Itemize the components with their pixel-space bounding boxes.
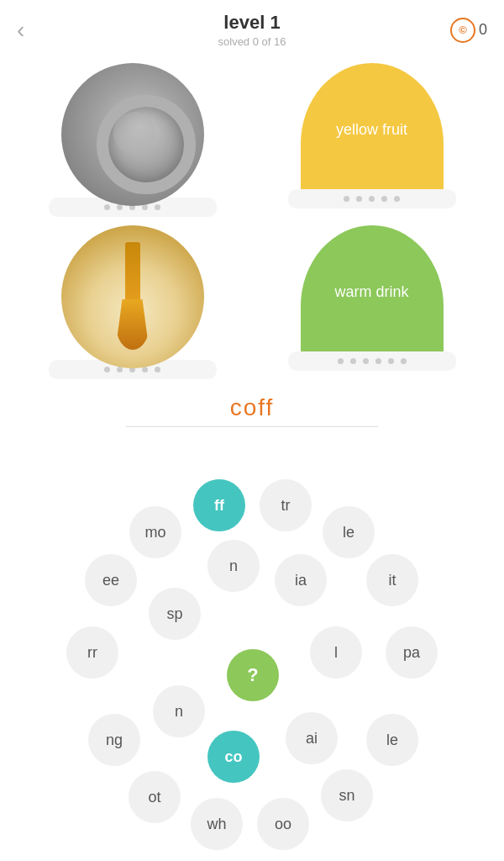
- letter-bubble-sn[interactable]: sn: [321, 769, 373, 821]
- dot: [369, 196, 375, 202]
- dot: [155, 367, 160, 372]
- letter-bubble-n[interactable]: n: [207, 540, 260, 592]
- hint-circle-green: warm drink: [301, 225, 444, 360]
- letter-bubble-ee[interactable]: ee: [85, 554, 137, 606]
- header: ‹ level 1 solved 0 of 16 © 0: [0, 0, 504, 55]
- dot: [375, 358, 381, 364]
- letter-bubble-le[interactable]: le: [366, 714, 418, 766]
- hint-circle-yellow: yellow fruit: [301, 63, 444, 198]
- coin-area: © 0: [450, 18, 487, 43]
- letter-bubble-ot[interactable]: ot: [129, 771, 181, 823]
- header-center: level 1 solved 0 of 16: [218, 12, 286, 48]
- letter-bubble-ai[interactable]: ai: [286, 712, 338, 764]
- dot: [356, 196, 362, 202]
- coin-count: 0: [479, 21, 487, 39]
- back-button[interactable]: ‹: [17, 17, 24, 44]
- letter-bubble-mo[interactable]: mo: [129, 506, 181, 558]
- letter-bubble-pa[interactable]: pa: [386, 626, 438, 679]
- answer-box-yellow: [288, 189, 456, 209]
- dot: [104, 367, 110, 372]
- letter-bubble-tr[interactable]: tr: [260, 479, 312, 531]
- dot: [350, 358, 356, 364]
- puzzle-cell-warm-drink[interactable]: warm drink: [256, 225, 487, 379]
- letter-bubble-n[interactable]: n: [153, 685, 205, 737]
- dot: [104, 204, 110, 210]
- dot: [394, 196, 400, 202]
- letter-bubble-ng[interactable]: ng: [88, 714, 140, 766]
- honey-image: [61, 225, 204, 368]
- letter-bubble-it[interactable]: it: [366, 554, 418, 606]
- letter-wheel: fftrmoleeeniaitsp?lrrpanngailecootwhoosn: [0, 436, 504, 806]
- puzzle-cell-snail[interactable]: [17, 63, 248, 217]
- answer-box-green: [288, 351, 456, 371]
- dot: [388, 358, 394, 364]
- word-underline: [126, 426, 378, 427]
- puzzle-grid: yellow fruit warm drink: [0, 55, 504, 379]
- current-word: coff: [0, 394, 504, 421]
- current-word-area: coff: [0, 394, 504, 427]
- dot: [401, 358, 407, 364]
- coin-icon[interactable]: ©: [450, 18, 475, 43]
- dot: [338, 358, 344, 364]
- letter-bubble-ia[interactable]: ia: [275, 554, 327, 606]
- snail-image: [61, 63, 204, 206]
- letter-bubble-l[interactable]: l: [310, 626, 362, 679]
- level-title: level 1: [218, 12, 286, 34]
- dot: [344, 196, 349, 202]
- hint-text-green: warm drink: [334, 282, 408, 303]
- letter-bubble-le[interactable]: le: [323, 506, 375, 558]
- letter-bubble-wh[interactable]: wh: [191, 798, 243, 850]
- letter-bubble-ff[interactable]: ff: [193, 479, 245, 531]
- letter-bubble-rr[interactable]: rr: [66, 626, 118, 679]
- dot: [363, 358, 369, 364]
- dot: [155, 204, 160, 210]
- letter-bubble-co[interactable]: co: [207, 731, 260, 783]
- level-subtitle: solved 0 of 16: [218, 35, 286, 48]
- letter-bubble-sp[interactable]: sp: [149, 588, 201, 640]
- letter-bubble-q[interactable]: ?: [227, 649, 279, 701]
- puzzle-cell-yellow-fruit[interactable]: yellow fruit: [256, 63, 487, 217]
- puzzle-cell-honey[interactable]: [17, 225, 248, 379]
- dot: [381, 196, 387, 202]
- hint-text-yellow: yellow fruit: [336, 119, 407, 140]
- letter-bubble-oo[interactable]: oo: [257, 798, 309, 850]
